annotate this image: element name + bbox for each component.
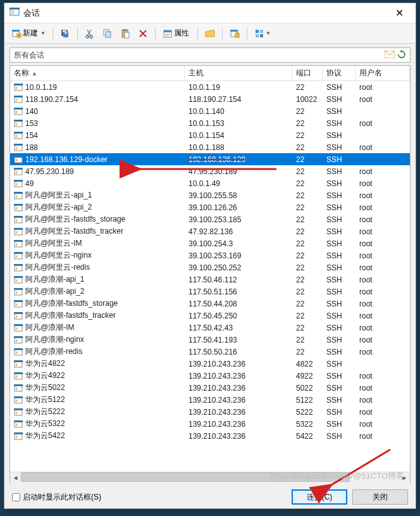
delete-button[interactable] (135, 27, 151, 41)
envelope-icon[interactable] (385, 51, 395, 60)
scroll-left-icon[interactable]: ◄ (10, 472, 21, 483)
svg-rect-80 (15, 410, 22, 415)
session-row[interactable]: 华为云5122139.210.243.2365122SSHroot (10, 394, 410, 406)
svg-rect-39 (14, 156, 23, 158)
svg-rect-52 (15, 241, 22, 247)
new-folder-button[interactable] (202, 27, 218, 41)
session-port: 4822 (292, 360, 323, 368)
session-row[interactable]: 阿凡@阿里云-redis39.100.250.25222SSHroot (10, 261, 410, 274)
col-port-header[interactable]: 端口 (292, 66, 323, 80)
col-name-header[interactable]: 名称▲ (10, 66, 185, 80)
session-row[interactable]: 10.0.1.1910.0.1.1922SSHroot (10, 81, 410, 93)
session-row[interactable]: 华为云4822139.210.243.2364822SSH (10, 358, 410, 370)
session-row[interactable]: 阿凡@浪潮-fastdfs_storage117.50.44.20822SSHr… (10, 298, 410, 310)
save-all-button[interactable] (57, 27, 73, 41)
session-row[interactable]: 阿凡@浪潮-nginx117.50.41.19322SSHroot (10, 334, 410, 346)
session-row[interactable]: 118.190.27.154118.190.27.15410022SSHroot (10, 93, 410, 105)
session-row[interactable]: 18810.0.1.18822SSHroot (10, 141, 410, 153)
svg-rect-17 (164, 30, 171, 32)
session-row[interactable]: 华为云5222139.210.243.2365222SSHroot (10, 406, 410, 418)
svg-rect-79 (14, 396, 23, 398)
sort-asc-icon: ▲ (32, 70, 37, 77)
session-row[interactable]: 4910.0.1.4922SSHroot (10, 177, 410, 189)
connect-button[interactable]: 连接(C) (292, 489, 347, 505)
svg-rect-48 (15, 217, 22, 223)
session-name: 47.95.230.189 (25, 167, 74, 176)
session-row[interactable]: 阿凡@阿里云-api_239.100.126.2622SSHroot (10, 201, 410, 213)
session-row[interactable]: 15410.0.1.15422SSH (10, 129, 410, 141)
session-row[interactable]: 192.168.136.129-docker192.168.136.12922S… (10, 153, 410, 165)
session-user: root (355, 432, 410, 441)
col-proto-header[interactable]: 协议 (323, 66, 355, 80)
filter-bar[interactable]: 所有会话 (9, 47, 411, 63)
session-user: root (355, 348, 410, 356)
session-port: 22 (292, 143, 323, 152)
svg-rect-78 (15, 398, 22, 403)
close-button[interactable]: 关闭 (352, 489, 408, 505)
col-host-header[interactable]: 主机 (185, 66, 292, 80)
session-icon (14, 251, 24, 260)
svg-rect-35 (14, 132, 23, 134)
session-row[interactable]: 阿凡@阿里云-fastdfs_storage39.100.253.18522SS… (10, 213, 410, 225)
svg-rect-84 (15, 434, 22, 439)
close-icon[interactable]: ✕ (388, 7, 411, 19)
session-host: 47.95.230.189 (185, 167, 292, 176)
view-button[interactable]: ▼ (251, 27, 274, 41)
session-row[interactable]: 华为云4922139.210.243.2364922SSHroot (10, 370, 410, 382)
cut-button[interactable] (82, 27, 98, 41)
session-host: 139.210.243.236 (185, 408, 292, 417)
separator (247, 27, 247, 40)
svg-rect-44 (15, 193, 22, 199)
paste-button[interactable] (117, 27, 133, 41)
session-row[interactable]: 47.95.230.18947.95.230.18922SSHroot (10, 165, 410, 177)
session-icon (14, 396, 24, 405)
session-row[interactable]: 阿凡@浪潮-api_1117.50.46.11222SSHroot (10, 274, 410, 286)
show-on-startup-checkbox[interactable]: 启动时显示此对话框(S) (12, 492, 287, 503)
session-port: 22 (292, 299, 323, 308)
session-icon (14, 336, 24, 344)
session-row[interactable]: 阿凡@浪潮-redis117.50.50.21622SSHroot (10, 346, 410, 358)
session-port: 22 (292, 83, 323, 92)
session-port: 22 (292, 107, 323, 116)
session-row[interactable]: 阿凡@阿里云-api_139.100.255.5822SSHroot (10, 189, 410, 201)
session-row[interactable]: 华为云5422139.210.243.2365422SSHroot (10, 430, 410, 442)
checkbox-input[interactable] (12, 493, 20, 501)
svg-rect-40 (15, 169, 22, 175)
session-row[interactable]: 阿凡@浪潮-fastdfs_tracker117.50.45.25022SSHr… (10, 310, 410, 322)
session-name: 10.0.1.19 (25, 83, 57, 92)
column-headers: 名称▲ 主机 端口 协议 用户名 (10, 66, 410, 81)
session-host: 117.50.50.216 (185, 348, 292, 356)
svg-rect-37 (14, 144, 23, 146)
session-row[interactable]: 阿凡@阿里云-IM39.100.254.322SSHroot (10, 237, 410, 249)
session-row[interactable]: 华为云5022139.210.243.2365022SSHroot (10, 382, 410, 394)
session-port: 22 (292, 227, 323, 236)
session-name: 阿凡@浪潮-IM (25, 322, 75, 333)
session-user: root (355, 275, 410, 284)
session-row[interactable]: 14010.0.1.14022SSH (10, 105, 410, 117)
session-host: 117.50.41.193 (185, 336, 292, 344)
session-row[interactable]: 阿凡@阿里云-fastdfs_tracker47.92.82.13622SSHr… (10, 225, 410, 237)
session-host: 139.210.243.236 (185, 396, 292, 405)
session-icon (14, 215, 24, 224)
session-row[interactable]: 15310.0.1.15322SSHroot (10, 117, 410, 129)
session-icon (14, 179, 24, 188)
properties-button[interactable]: 属性 (159, 26, 194, 41)
session-proto: SSH (323, 167, 355, 176)
session-row[interactable]: 华为云5322139.210.243.2365322SSHroot (10, 418, 410, 430)
refresh-icon[interactable] (397, 50, 406, 61)
lock-button[interactable] (226, 27, 243, 41)
session-name: 阿凡@阿里云-IM (25, 238, 82, 249)
col-user-header[interactable]: 用户名 (355, 66, 410, 80)
session-user: root (355, 336, 410, 344)
copy-button[interactable] (99, 27, 116, 41)
session-row[interactable]: 阿凡@浪潮-api_2117.50.51.15622SSHroot (10, 286, 410, 298)
session-port: 5322 (292, 420, 323, 429)
session-user: root (355, 251, 410, 260)
session-proto: SSH (323, 396, 355, 405)
svg-rect-61 (14, 288, 23, 290)
svg-rect-24 (260, 34, 263, 37)
toolbar: 新建 ▼ 属性 (4, 23, 416, 44)
session-row[interactable]: 阿凡@阿里云-nginx39.100.253.16922SSHroot (10, 249, 410, 261)
new-button[interactable]: 新建 ▼ (8, 26, 49, 41)
session-row[interactable]: 阿凡@浪潮-IM117.50.42.4322SSHroot (10, 322, 410, 334)
